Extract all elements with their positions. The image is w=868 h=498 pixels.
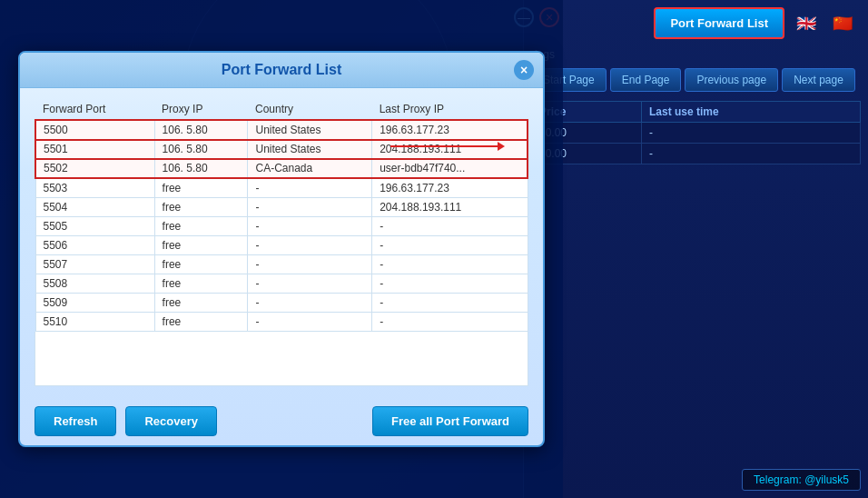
right-table-header-last-use: Last use time: [641, 102, 860, 123]
table-row[interactable]: 5503free-196.63.177.23: [35, 178, 528, 198]
td-port: 5501: [35, 140, 154, 159]
td-last-proxy: -: [372, 294, 528, 313]
td-proxy-ip: free: [154, 294, 248, 313]
arrow-indicator: [390, 145, 499, 147]
td-proxy-ip: free: [154, 178, 248, 198]
recovery-button[interactable]: Recovery: [125, 406, 217, 436]
modal-footer: Refresh Recovery Free all Port Forward: [20, 397, 543, 445]
td-proxy-ip: free: [154, 255, 248, 274]
td-last-proxy: -: [372, 217, 528, 236]
table-header-row: Forward Port Proxy IP Country Last Proxy…: [35, 99, 528, 120]
th-forward-port: Forward Port: [35, 99, 154, 120]
td-last-proxy: 196.63.177.23: [372, 120, 528, 140]
flag-cn[interactable]: 🇨🇳: [828, 14, 857, 34]
td-port: 5508: [35, 274, 154, 294]
table-row[interactable]: 5500106. 5.80United States196.63.177.23: [35, 120, 528, 140]
td-last-proxy: -: [372, 236, 528, 255]
td-country: CA-Canada: [248, 159, 372, 179]
right-table-row-1: 30.00 -: [532, 123, 861, 144]
telegram-handle[interactable]: @yilusk5: [804, 473, 849, 486]
td-proxy-ip: free: [154, 236, 248, 255]
td-country: -: [248, 178, 372, 198]
td-last-proxy: -: [372, 255, 528, 274]
th-proxy-ip: Proxy IP: [154, 99, 248, 120]
td-port: 5509: [35, 294, 154, 313]
table-row[interactable]: 5507free--: [35, 255, 528, 274]
right-table: Price Last use time 30.00 - 30.00 -: [531, 101, 861, 164]
td-last-proxy: -: [372, 313, 528, 332]
free-all-port-forward-button[interactable]: Free all Port Forward: [372, 406, 528, 436]
end-page-btn[interactable]: End Page: [610, 68, 682, 92]
td-last-proxy: 204.188.193.111: [372, 198, 528, 217]
td-country: -: [248, 198, 372, 217]
th-last-proxy-ip: Last Proxy IP: [372, 99, 528, 120]
td-proxy-ip: free: [154, 274, 248, 294]
td-country: -: [248, 255, 372, 274]
port-forward-list-button[interactable]: Port Forward List: [654, 7, 784, 39]
td-proxy-ip: 106. 5.80: [154, 159, 248, 179]
td-proxy-ip: free: [154, 313, 248, 332]
td-port: 5510: [35, 313, 154, 332]
table-row[interactable]: 5506free--: [35, 236, 528, 255]
td-country: -: [248, 236, 372, 255]
right-panel-top: Port Forward List 🇬🇧 🇨🇳: [524, 0, 868, 46]
empty-rows-area: [35, 332, 528, 386]
td-country: -: [248, 294, 372, 313]
td-port: 5502: [35, 159, 154, 179]
flag-uk[interactable]: 🇬🇧: [792, 14, 821, 34]
next-page-btn[interactable]: Next page: [782, 68, 855, 92]
port-forward-table: Forward Port Proxy IP Country Last Proxy…: [35, 99, 528, 332]
table-row[interactable]: 5501106. 5.80United States204.188.193.11…: [35, 140, 528, 159]
modal-title: Port Forward List: [222, 62, 341, 78]
right-panel: Port Forward List 🇬🇧 🇨🇳 ings Start Page …: [523, 0, 868, 498]
telegram-bar: Telegram: @yilusk5: [742, 469, 861, 491]
modal-body: Forward Port Proxy IP Country Last Proxy…: [20, 88, 543, 397]
modal-close-button[interactable]: ×: [514, 60, 534, 80]
right-table-area: Price Last use time 30.00 - 30.00 -: [524, 97, 868, 168]
td-proxy-ip: 106. 5.80: [154, 140, 248, 159]
td-port: 5504: [35, 198, 154, 217]
nav-buttons-row: Start Page End Page Previous page Next p…: [524, 63, 868, 97]
td-port: 5500: [35, 120, 154, 140]
refresh-button[interactable]: Refresh: [35, 406, 116, 436]
td-country: -: [248, 217, 372, 236]
td-country: United States: [248, 120, 372, 140]
right-table-last-use-2: -: [641, 144, 860, 164]
td-last-proxy: user-bdb47f740...: [372, 159, 528, 179]
td-port: 5506: [35, 236, 154, 255]
right-table-row-2: 30.00 -: [532, 144, 861, 164]
right-table-last-use-1: -: [641, 123, 860, 144]
td-country: -: [248, 313, 372, 332]
table-row[interactable]: 5505free--: [35, 217, 528, 236]
table-row[interactable]: 5504free-204.188.193.111: [35, 198, 528, 217]
td-port: 5507: [35, 255, 154, 274]
td-last-proxy: 196.63.177.23: [372, 178, 528, 198]
td-proxy-ip: free: [154, 198, 248, 217]
previous-page-btn[interactable]: Previous page: [685, 68, 778, 92]
td-port: 5505: [35, 217, 154, 236]
td-last-proxy: -: [372, 274, 528, 294]
td-country: -: [248, 274, 372, 294]
modal-overlay: Port Forward List × Forward Port Proxy I…: [0, 0, 563, 498]
th-country: Country: [248, 99, 372, 120]
telegram-label: Telegram:: [754, 473, 802, 486]
td-country: United States: [248, 140, 372, 159]
table-row[interactable]: 5509free--: [35, 294, 528, 313]
table-row[interactable]: 5510free--: [35, 313, 528, 332]
td-port: 5503: [35, 178, 154, 198]
modal-header: Port Forward List ×: [20, 53, 543, 88]
td-proxy-ip: free: [154, 217, 248, 236]
modal-dialog: Port Forward List × Forward Port Proxy I…: [18, 51, 545, 447]
tabs-label: ings: [524, 46, 868, 63]
td-proxy-ip: 106. 5.80: [154, 120, 248, 140]
table-row[interactable]: 5508free--: [35, 274, 528, 294]
table-row[interactable]: 5502106. 5.80CA-Canadauser-bdb47f740...: [35, 159, 528, 179]
